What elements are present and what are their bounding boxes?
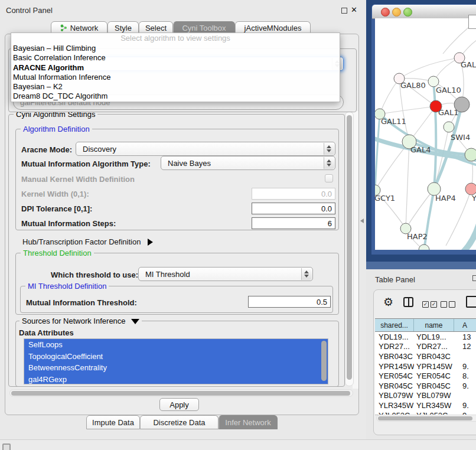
mi-steps-field[interactable]: 6 [252,217,335,229]
expander-right-icon [148,239,153,246]
scrollbar-thumb[interactable] [347,115,352,380]
table-row[interactable]: YER054C YER054C 8. [375,371,476,381]
combo-stepper [324,143,334,155]
desktop-band [366,262,476,269]
node[interactable] [419,244,429,250]
expander-down-icon[interactable] [131,319,139,324]
tab-impute-data[interactable]: Impute Data [86,415,140,429]
dropdown-item[interactable]: Mutual Information Inference [11,73,340,82]
dropdown-item[interactable]: Bayesian – Hill Climbing [11,44,340,53]
select-all-checks-icon[interactable]: ✓✓ [422,299,439,309]
node[interactable] [465,148,476,161]
close-icon[interactable]: ✕ [351,5,357,14]
table-row[interactable]: YDL19... YDL19... 13 [375,332,476,342]
node-label: GAL [461,60,476,69]
bottom-grip-handle[interactable] [2,444,11,450]
node-label: GAL1 [438,108,458,117]
control-panel: Control Panel ✕ Network Style Select Cyn… [0,0,366,440]
tab-infer-network[interactable]: Infer Network [219,415,278,429]
column-header[interactable]: shared... [375,319,414,331]
dropdown-item[interactable]: Bayesian – K2 [11,82,340,92]
node-label: GAL80 [400,81,426,90]
network-window: GAL GAL80 GAL10 GAL1 GAL11 SWI4 GAL4 GCY… [371,4,476,255]
data-attributes-label: Data Attributes [19,328,74,337]
apply-button[interactable]: Apply [159,398,199,411]
dropdown-placeholder: Select algorithm to view settings [11,33,340,44]
mi-type-label: Mutual Information Algorithm Type: [21,159,151,168]
column-header[interactable]: name [414,319,454,331]
cutoff-overlay-box [468,15,476,29]
algorithm-dropdown-popup: Select algorithm to view settings Bayesi… [11,32,340,102]
table-row[interactable]: YPR145W YPR145W 9. [375,361,476,371]
table-row[interactable]: YBR043C YBR043C [375,351,476,361]
panel-title: Control Panel [6,6,53,15]
node-label: GAL10 [436,86,461,94]
mi-type-combo[interactable]: Naive Bayes [161,156,335,170]
list-item[interactable]: TopologicalCoefficient [24,351,328,363]
panel-splitter-handle[interactable] [360,219,364,223]
network-window-titlebar[interactable] [372,5,476,19]
node-label: HAP4 [435,194,456,203]
hub-expander[interactable]: Hub/Transcription Factor Definition [22,237,153,246]
control-panel-titlebar: Control Panel ✕ [0,4,366,18]
dpi-tolerance-label: DPI Tolerance [0,1]: [21,204,92,213]
which-threshold-combo[interactable]: MI Threshold [138,267,313,281]
node-label: SWI4 [451,133,470,142]
list-item[interactable]: gal4RGexp [24,374,328,385]
zoom-traffic-light[interactable] [403,8,412,17]
node-table: shared... name A YDL19... YDL19... 13 YD… [375,318,476,415]
node[interactable] [444,122,454,132]
mi-steps-label: Mutual Information Steps: [21,219,116,228]
mi-threshold-label: Mutual Information Threshold: [26,298,137,307]
aracne-mode-combo[interactable]: Discovery [76,142,335,156]
float-icon[interactable] [341,8,347,14]
table-row[interactable]: YBR045C YBR045C 9. [375,381,476,391]
table-row[interactable]: YDR27... YDR27... 12 [375,342,476,352]
dpi-tolerance-field[interactable]: 0.0 [252,203,335,214]
table-header-row: shared... name A [375,319,476,332]
bottom-strip [0,440,476,450]
tab-discretize-data[interactable]: Discretize Data [140,415,219,429]
gear-icon[interactable]: ⚙ [383,296,393,309]
node-label: GAL11 [381,117,406,126]
dropdown-item[interactable]: Basic Correlation Inference [11,53,340,63]
list-item[interactable]: SelfLoops [24,339,328,351]
manual-kernel-checkbox[interactable] [325,174,333,182]
close-traffic-light[interactable] [381,8,390,17]
manual-kernel-label: Manual Kernel Width Definition [21,175,135,184]
table-row[interactable]: YBL079W YBL079W [375,391,476,401]
settings-horizontal-scrollbar[interactable] [9,389,353,397]
network-icon [60,24,67,31]
scrollbar-thumb[interactable] [11,391,350,396]
data-attributes-list: SelfLoops TopologicalCoefficient Between… [24,338,328,384]
dropdown-item[interactable]: Dream8 DC_TDC Algorithm [11,92,340,101]
split-columns-icon[interactable] [403,297,413,307]
which-threshold-label: Which threshold to use: [51,270,138,279]
node[interactable] [465,183,476,195]
node-label: Y [472,194,476,203]
combo-stepper [324,157,334,169]
kernel-width-field[interactable]: 0.0 [252,188,335,200]
aracne-mode-label: Aracne Mode: [21,145,72,154]
settings-vertical-scrollbar[interactable] [345,112,354,386]
node-label: GCY1 [375,194,395,203]
cyni-bottom-tabs: Impute Data Discretize Data Infer Networ… [86,415,278,429]
mi-threshold-field[interactable]: 0.5 [248,296,331,308]
scrollbar-thumb[interactable] [378,416,472,420]
list-item[interactable]: BetweennessCentrality [24,362,328,374]
table-panel: ⚙ ✓✓ shared... name A YDL19... YDL19... … [373,289,476,435]
deselect-all-checks-icon[interactable] [441,299,457,309]
table-horizontal-scrollbar[interactable] [376,415,476,422]
node-label: HAP2 [407,232,428,241]
table-panel-float-icon[interactable] [472,275,476,281]
table-row[interactable]: YLR345W YLR345W 9. [375,400,476,410]
node-label: GAL4 [410,145,431,154]
dropdown-item[interactable]: ARACNE Algorithm [11,63,340,73]
list-scrollbar[interactable] [321,341,327,381]
document-icon[interactable] [466,296,476,308]
column-header[interactable]: A [454,319,476,331]
kernel-width-label: Kernel Width (0,1): [21,190,89,198]
table-panel-title: Table Panel [375,275,415,284]
network-canvas[interactable]: GAL GAL80 GAL10 GAL1 GAL11 SWI4 GAL4 GCY… [375,18,476,250]
minimize-traffic-light[interactable] [392,8,401,17]
